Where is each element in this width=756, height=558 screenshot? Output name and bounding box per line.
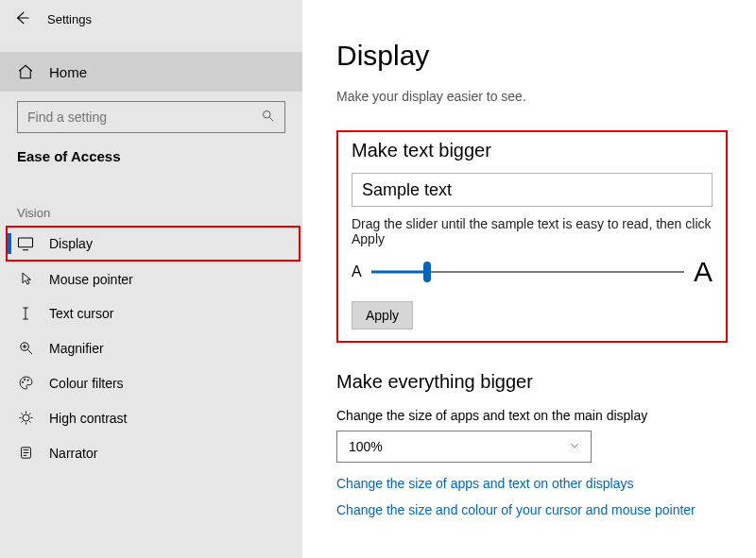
chevron-down-icon <box>568 439 581 455</box>
text-size-slider-row: A A <box>352 256 713 288</box>
sidebar-item-mouse-pointer[interactable]: Mouse pointer <box>0 262 302 296</box>
search-container <box>0 92 302 141</box>
category-label: Ease of Access <box>0 141 302 164</box>
svg-point-6 <box>22 414 28 421</box>
palette-icon <box>17 375 34 391</box>
page-subtitle: Make your display easier to see. <box>336 89 728 104</box>
svg-point-0 <box>264 111 271 119</box>
slider-thumb[interactable] <box>423 262 431 282</box>
sidebar-item-home[interactable]: Home <box>0 52 302 92</box>
link-other-displays[interactable]: Change the size of apps and text on othe… <box>336 476 728 491</box>
back-icon[interactable] <box>13 9 30 29</box>
contrast-icon <box>17 410 34 426</box>
sidebar-item-label: Mouse pointer <box>49 272 133 287</box>
main-content: Display Make your display easier to see.… <box>302 0 756 558</box>
sample-text-preview: Sample text <box>352 173 713 207</box>
apply-button[interactable]: Apply <box>352 301 413 330</box>
pointer-icon <box>17 271 34 287</box>
slider-track-fill <box>371 271 428 274</box>
dropdown-label: Change the size of apps and text on the … <box>336 408 728 423</box>
sidebar-item-label: Home <box>49 64 87 80</box>
sidebar-item-magnifier[interactable]: Magnifier <box>0 330 302 365</box>
sidebar-item-label: Narrator <box>49 446 97 461</box>
svg-point-3 <box>22 381 23 382</box>
make-text-bigger-section: Make text bigger Sample text Drag the sl… <box>336 130 728 343</box>
link-cursor-size[interactable]: Change the size and colour of your curso… <box>336 502 728 517</box>
sidebar-item-text-cursor[interactable]: Text cursor <box>0 296 302 330</box>
text-size-slider[interactable] <box>371 262 684 282</box>
section-heading: Make everything bigger <box>336 371 728 393</box>
sidebar-item-label: Display <box>49 236 93 251</box>
dropdown-value: 100% <box>349 439 383 454</box>
page-title: Display <box>336 40 728 72</box>
sidebar-item-narrator[interactable]: Narrator <box>0 435 302 470</box>
group-label: Vision <box>0 164 302 226</box>
sidebar-item-label: Magnifier <box>49 341 104 356</box>
search-box[interactable] <box>17 101 285 133</box>
big-a-icon: A <box>694 256 713 288</box>
window-title: Settings <box>47 12 92 26</box>
svg-point-4 <box>24 379 25 380</box>
text-cursor-icon <box>17 306 34 321</box>
magnifier-icon <box>17 340 34 356</box>
small-a-icon: A <box>352 263 362 280</box>
sidebar-item-high-contrast[interactable]: High contrast <box>0 400 302 435</box>
scale-dropdown[interactable]: 100% <box>336 431 592 463</box>
slider-hint: Drag the slider until the sample text is… <box>352 216 713 246</box>
section-heading: Make text bigger <box>352 140 713 161</box>
search-icon <box>261 109 275 126</box>
sidebar-item-label: Text cursor <box>49 306 113 321</box>
search-input[interactable] <box>27 110 261 125</box>
sidebar-item-label: Colour filters <box>49 376 124 391</box>
sidebar-item-display[interactable]: Display <box>6 226 301 262</box>
sidebar: Settings Home Ease of Access Vision Disp… <box>0 0 302 558</box>
sidebar-item-label: High contrast <box>49 411 127 426</box>
narrator-icon <box>17 445 34 461</box>
home-icon <box>17 63 34 80</box>
monitor-icon <box>17 235 34 252</box>
svg-point-5 <box>26 380 27 380</box>
sidebar-item-colour-filters[interactable]: Colour filters <box>0 365 302 400</box>
svg-rect-1 <box>19 238 33 247</box>
titlebar: Settings <box>0 0 302 33</box>
